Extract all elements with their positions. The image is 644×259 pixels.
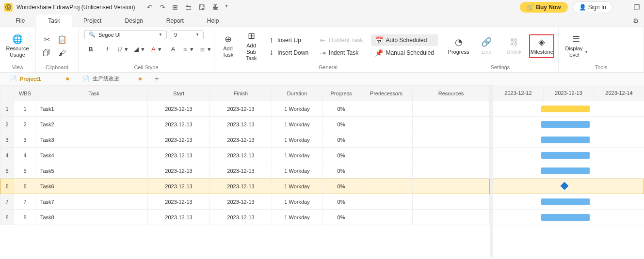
cell-progress[interactable]: 0% — [322, 117, 360, 132]
format-painter-icon[interactable]: 🖌 — [55, 47, 69, 59]
gantt-bar[interactable] — [541, 168, 590, 174]
fill-color-button[interactable]: ◢▾ — [134, 44, 146, 54]
cell-finish[interactable]: 2023-12-13 — [210, 117, 272, 132]
cell-duration[interactable]: 1 Workday — [272, 163, 322, 179]
cell-start[interactable]: 2023-12-13 — [148, 194, 210, 210]
add-document-tab[interactable]: ＋ — [148, 72, 165, 85]
cell-wbs[interactable]: 8 — [14, 210, 36, 225]
sign-in-button[interactable]: 👤 Sign In — [573, 1, 612, 13]
menu-design[interactable]: Design — [113, 15, 154, 27]
cell-wbs[interactable]: 3 — [14, 132, 36, 148]
open-icon[interactable]: 🗀 — [185, 3, 192, 11]
table-row[interactable]: 66Task62023-12-132023-12-131 Workday0% — [0, 179, 490, 194]
table-row[interactable]: 11Task12023-12-132023-12-131 Workday0% — [0, 101, 490, 117]
cell-task[interactable]: Task4 — [36, 148, 148, 163]
copy-icon[interactable]: 🗐 — [40, 47, 53, 59]
table-row[interactable]: 33Task32023-12-132023-12-131 Workday0% — [0, 132, 490, 148]
col-progress[interactable]: Progress — [322, 86, 360, 101]
cell-resources[interactable] — [413, 194, 490, 210]
gantt-chart[interactable]: 2023-12-122023-12-132023-12-14 — [493, 85, 644, 257]
cell-resources[interactable] — [413, 101, 490, 117]
gantt-bar[interactable] — [541, 106, 590, 112]
display-level-button[interactable]: ☰ Display level▾ — [563, 32, 590, 61]
cell-wbs[interactable]: 2 — [14, 117, 36, 132]
cell-wbs[interactable]: 1 — [14, 101, 36, 117]
cell-start[interactable]: 2023-12-13 — [148, 148, 210, 163]
cell-task[interactable]: Task1 — [36, 101, 148, 117]
cell-start[interactable]: 2023-12-13 — [148, 101, 210, 117]
manual-scheduled-button[interactable]: 📌Manual Scheduled — [371, 47, 438, 59]
cell-task[interactable]: Task5 — [36, 163, 148, 179]
row-number[interactable]: 3 — [0, 132, 14, 148]
gantt-row[interactable] — [493, 163, 644, 179]
menu-report[interactable]: Report — [155, 15, 195, 27]
cell-start[interactable]: 2023-12-13 — [148, 117, 210, 132]
gantt-row[interactable] — [493, 210, 644, 225]
cell-wbs[interactable]: 5 — [14, 163, 36, 179]
maximize-icon[interactable]: ❐ — [634, 3, 640, 11]
table-row[interactable]: 22Task22023-12-132023-12-131 Workday0% — [0, 117, 490, 132]
cell-duration[interactable]: 1 Workday — [272, 117, 322, 132]
cell-duration[interactable]: 1 Workday — [272, 194, 322, 210]
minimize-icon[interactable]: — — [621, 3, 628, 11]
gantt-bar[interactable] — [541, 198, 590, 205]
col-resources[interactable]: Resources — [413, 86, 490, 101]
cell-duration[interactable]: 1 Workday — [272, 101, 322, 117]
col-finish[interactable]: Finish — [210, 86, 272, 101]
cell-resources[interactable] — [413, 210, 490, 225]
row-number[interactable]: 6 — [0, 179, 14, 194]
col-predecessors[interactable]: Predecessors — [360, 86, 413, 101]
cell-resources[interactable] — [413, 117, 490, 132]
cell-task[interactable]: Task6 — [36, 179, 148, 194]
gantt-date-header[interactable]: 2023-12-13 — [543, 85, 594, 101]
add-task-button[interactable]: ⊕ Add Task — [218, 32, 238, 61]
add-sub-task-button[interactable]: ⊞ Add Sub Task — [242, 29, 261, 63]
unlink-button[interactable]: ⛓Unlink — [501, 35, 526, 57]
save-icon[interactable]: 🖫 — [198, 3, 205, 11]
cell-wbs[interactable]: 7 — [14, 194, 36, 210]
row-number[interactable]: 8 — [0, 210, 14, 225]
col-task[interactable]: Task — [36, 86, 148, 101]
new-icon[interactable]: ⊞ — [172, 3, 178, 11]
font-color-button[interactable]: A▾ — [150, 44, 163, 54]
cell-task[interactable]: Task2 — [36, 117, 148, 132]
menu-file[interactable]: File — [4, 15, 36, 27]
cell-duration[interactable]: 1 Workday — [272, 148, 322, 163]
cell-task[interactable]: Task3 — [36, 132, 148, 148]
gantt-bar[interactable] — [541, 214, 590, 221]
bold-button[interactable]: B — [84, 44, 97, 54]
print-icon[interactable]: 🖶 — [212, 3, 219, 11]
menu-task[interactable]: Task — [36, 15, 72, 27]
redo-icon[interactable]: ↷ — [160, 3, 165, 11]
buy-now-button[interactable]: 🛒 Buy Now — [520, 2, 567, 13]
outdent-task-button[interactable]: ⇤Outdent Task — [316, 34, 367, 46]
font-size-select[interactable]: 9 ▼ — [170, 30, 204, 39]
highlight-button[interactable]: A — [167, 44, 179, 54]
cell-predecessors[interactable] — [360, 194, 413, 210]
table-row[interactable]: 88Task82023-12-132023-12-131 Workday0% — [0, 210, 490, 225]
row-number[interactable]: 7 — [0, 194, 14, 210]
cell-duration[interactable]: 1 Workday — [272, 179, 322, 194]
cell-finish[interactable]: 2023-12-13 — [210, 148, 272, 163]
col-wbs[interactable]: WBS — [14, 86, 36, 101]
insert-up-button[interactable]: ⤒Insert Up — [265, 34, 312, 46]
gear-icon[interactable]: ⚙ — [633, 17, 639, 25]
menu-project[interactable]: Project — [72, 15, 113, 27]
cell-progress[interactable]: 0% — [322, 163, 360, 179]
gantt-row[interactable] — [493, 132, 644, 148]
doctab[interactable]: 📄生产线改进 — [76, 73, 148, 84]
cell-resources[interactable] — [413, 148, 490, 163]
cell-predecessors[interactable] — [360, 101, 413, 117]
align-button[interactable]: ≣▾ — [200, 44, 212, 54]
cell-predecessors[interactable] — [360, 117, 413, 132]
italic-button[interactable]: I — [101, 44, 113, 54]
cell-wbs[interactable]: 4 — [14, 148, 36, 163]
task-grid[interactable]: WBS Task Start Finish Duration Progress … — [0, 85, 493, 257]
doctab[interactable]: 📄Project1 — [3, 73, 76, 84]
gantt-row[interactable] — [493, 148, 644, 163]
cell-task[interactable]: Task8 — [36, 210, 148, 225]
gantt-row[interactable] — [493, 194, 644, 210]
table-row[interactable]: 44Task42023-12-132023-12-131 Workday0% — [0, 148, 490, 163]
cut-icon[interactable]: ✂ — [40, 34, 53, 46]
cell-progress[interactable]: 0% — [322, 179, 360, 194]
